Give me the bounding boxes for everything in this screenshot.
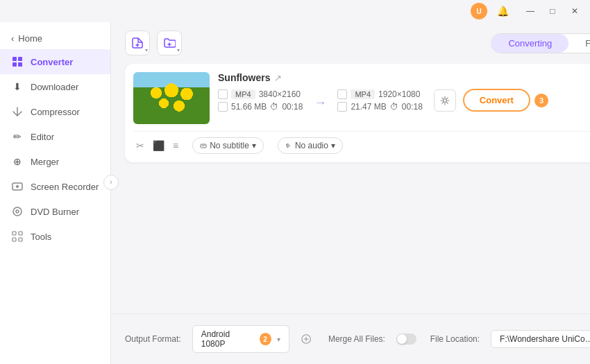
adjust-icon[interactable]: ≡ (173, 140, 178, 151)
audio-selector[interactable]: No audio ▾ (278, 137, 343, 154)
main-content: ▾ ▾ Converting Finished ⚡ High Speed Con… (111, 0, 590, 364)
sidebar-item-label: Downloader (31, 82, 78, 92)
scissors-icon[interactable]: ✂ (136, 140, 144, 151)
content-area: Sunflowers ↗ MP4 3840×2160 (111, 64, 590, 313)
source-format-badge: MP4 (231, 89, 255, 99)
sidebar-item-label: Tools (31, 232, 51, 242)
tab-finished[interactable]: Finished (568, 34, 590, 53)
target-format-row: MP4 1920×1080 (337, 89, 422, 99)
add-file-dropdown-arrow: ▾ (145, 47, 148, 53)
tools-icon (11, 230, 24, 243)
titlebar: U 🔔 — □ ✕ (0, 0, 590, 22)
sidebar-item-label: Screen Recorder (31, 182, 99, 192)
home-label: Home (18, 33, 42, 44)
source-size-row: 51.66 MB ⏱ 00:18 (218, 102, 303, 112)
svg-rect-8 (12, 232, 16, 235)
target-size: 21.47 MB (351, 102, 386, 112)
file-title-text: Sunflowers (218, 72, 270, 83)
sidebar-item-merger[interactable]: ⊕ Merger (0, 149, 110, 174)
convert-button[interactable]: Convert (463, 89, 530, 112)
file-thumbnail (133, 72, 210, 124)
target-duration: 00:18 (402, 102, 423, 112)
compressor-icon (11, 105, 24, 118)
user-avatar[interactable]: U (471, 3, 487, 19)
svg-rect-0 (12, 57, 17, 61)
source-size-check[interactable] (218, 102, 228, 112)
tab-converting[interactable]: Converting (491, 34, 568, 53)
target-size-row: 21.47 MB ⏱ 00:18 (337, 102, 422, 112)
audio-dropdown-icon: ▾ (331, 141, 335, 150)
source-format-check[interactable] (218, 89, 228, 99)
bottom-bar: Output Format: Android 1080P 2 ▾ Merge A… (111, 313, 590, 364)
screen-recorder-icon (11, 180, 24, 193)
convert-area: Convert 3 (463, 89, 548, 112)
audio-icon (285, 142, 292, 149)
back-arrow-icon: ‹ (11, 33, 14, 44)
file-title-row: Sunflowers ↗ (218, 72, 590, 83)
svg-rect-9 (19, 232, 22, 235)
sidebar-item-editor[interactable]: ✏ Editor (0, 124, 110, 149)
sidebar-back-button[interactable]: ‹ Home (0, 28, 110, 49)
maximize-button[interactable]: □ (543, 1, 562, 21)
svg-point-5 (16, 185, 19, 188)
merge-files-label: Merge All Files: (328, 334, 385, 344)
svg-point-6 (13, 207, 22, 216)
file-location-selector[interactable]: F:\Wondershare UniConverter 1 ▾ (491, 330, 590, 348)
merger-icon: ⊕ (11, 155, 24, 168)
output-format-value: Android 1080P (201, 329, 254, 349)
subtitle-label: No subtitle (210, 141, 249, 150)
add-file-button[interactable]: ▾ (125, 31, 150, 55)
converter-icon (11, 55, 24, 68)
tab-group: Converting Finished (491, 33, 590, 53)
svg-rect-11 (19, 238, 22, 241)
minimize-button[interactable]: — (521, 1, 540, 21)
sidebar-item-label: Converter (31, 57, 73, 67)
sidebar-item-screen-recorder[interactable]: Screen Recorder (0, 174, 110, 199)
target-format-check[interactable] (337, 89, 347, 99)
svg-rect-10 (12, 238, 16, 241)
source-resolution: 3840×2160 (259, 89, 301, 99)
target-format-badge: MP4 (351, 89, 375, 99)
source-duration-icon: ⏱ (270, 102, 278, 112)
target-duration-icon: ⏱ (390, 102, 398, 112)
sidebar-item-converter[interactable]: Converter (0, 49, 110, 74)
editor-icon: ✏ (11, 130, 24, 143)
file-specs: MP4 3840×2160 51.66 MB ⏱ 00:18 (218, 89, 590, 112)
dvd-burner-icon (11, 205, 24, 218)
sidebar-item-tools[interactable]: Tools (0, 224, 110, 249)
file-location-value: F:\Wondershare UniConverter 1 (500, 334, 590, 344)
sidebar-collapse-button[interactable]: › (103, 175, 119, 190)
subtitle-selector[interactable]: No subtitle ▾ (192, 137, 264, 154)
output-format-badge: 2 (260, 333, 271, 345)
output-format-label: Output Format: (125, 334, 181, 344)
add-format-icon[interactable] (301, 333, 312, 345)
svg-rect-1 (18, 57, 22, 61)
external-link-icon[interactable]: ↗ (274, 73, 282, 83)
file-card-top: Sunflowers ↗ MP4 3840×2160 (133, 72, 590, 124)
file-location-label: File Location: (430, 334, 480, 344)
window-controls: — □ ✕ (521, 1, 584, 21)
close-button[interactable]: ✕ (565, 1, 584, 21)
svg-point-12 (443, 98, 446, 102)
toggle-knob (397, 334, 407, 344)
file-card: Sunflowers ↗ MP4 3840×2160 (125, 64, 590, 162)
target-size-check[interactable] (337, 102, 347, 112)
arrow-right-icon: → (314, 96, 326, 110)
notification-bell[interactable]: 🔔 (494, 3, 511, 19)
sidebar-item-label: Merger (31, 157, 59, 167)
add-folder-dropdown-arrow: ▾ (177, 47, 180, 53)
sidebar-item-label: DVD Burner (31, 207, 79, 217)
sidebar-item-label: Compressor (31, 107, 80, 117)
convert-arrow: → (314, 90, 326, 110)
sidebar-item-downloader[interactable]: ⬇ Downloader (0, 74, 110, 99)
add-folder-button[interactable]: ▾ (157, 31, 182, 55)
merge-files-toggle[interactable] (396, 333, 416, 345)
crop-icon[interactable]: ⬛ (153, 140, 165, 151)
file-settings-icon[interactable] (434, 89, 456, 112)
sidebar-item-dvd-burner[interactable]: DVD Burner (0, 199, 110, 224)
file-info: Sunflowers ↗ MP4 3840×2160 (218, 72, 590, 112)
sidebar-item-compressor[interactable]: Compressor (0, 99, 110, 124)
target-resolution: 1920×1080 (378, 89, 420, 99)
output-format-selector[interactable]: Android 1080P 2 ▾ (192, 325, 289, 353)
downloader-icon: ⬇ (11, 80, 24, 93)
